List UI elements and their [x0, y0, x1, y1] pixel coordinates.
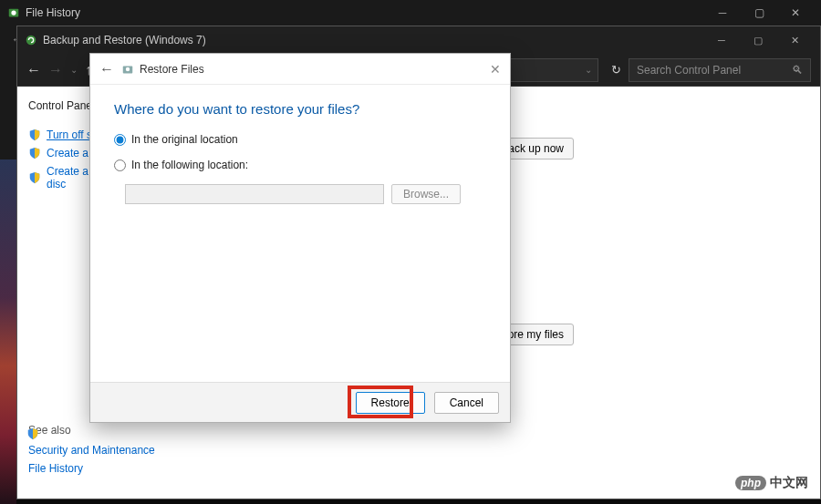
nav-recent-chevron[interactable]: ⌄ [70, 65, 78, 75]
main-titlebar: Backup and Restore (Windows 7) ─ ▢ ✕ [17, 26, 820, 54]
svg-point-2 [26, 36, 36, 46]
bg-minimize-button[interactable]: ─ [704, 0, 741, 26]
dialog-heading: Where do you want to restore your files? [114, 101, 486, 117]
radio-original-label: In the original location [131, 133, 238, 146]
radio-following[interactable] [114, 159, 126, 171]
dialog-footer: Restore Cancel [90, 382, 510, 422]
see-also-header: See also [28, 424, 155, 437]
dialog-header: ← Restore Files ✕ [90, 54, 510, 85]
bg-close-button[interactable]: ✕ [777, 0, 814, 26]
radio-following-label: In the following location: [131, 159, 248, 171]
location-path-input [125, 184, 384, 204]
bg-maximize-button[interactable]: ▢ [741, 0, 777, 26]
option-original-location[interactable]: In the original location [114, 133, 486, 146]
main-maximize-button[interactable]: ▢ [740, 27, 776, 53]
desktop-background-strip [0, 159, 16, 504]
cancel-button[interactable]: Cancel [434, 392, 499, 414]
svg-point-4 [126, 67, 130, 70]
see-also-file-history[interactable]: File History [28, 462, 155, 475]
main-minimize-button[interactable]: ─ [703, 27, 740, 53]
see-also-security[interactable]: Security and Maintenance [28, 444, 155, 457]
search-placeholder: Search Control Panel [637, 64, 741, 77]
search-input[interactable]: Search Control Panel 🔍︎ [629, 58, 811, 82]
nav-back-button[interactable]: ← [26, 62, 41, 78]
dialog-close-button[interactable]: ✕ [490, 62, 501, 77]
file-history-icon [7, 6, 20, 19]
main-close-button[interactable]: ✕ [776, 27, 813, 53]
browse-button: Browse... [391, 184, 461, 204]
dialog-back-button[interactable]: ← [99, 61, 114, 77]
option-following-location[interactable]: In the following location: [114, 159, 486, 171]
refresh-button[interactable]: ↻ [611, 63, 621, 77]
main-title: Backup and Restore (Windows 7) [43, 34, 206, 46]
dialog-title: Restore Files [140, 63, 204, 76]
svg-point-1 [11, 10, 16, 15]
address-chevron-icon: ⌄ [585, 65, 592, 75]
restore-files-icon [121, 63, 134, 76]
nav-forward-button: → [48, 62, 63, 78]
search-icon: 🔍︎ [792, 64, 803, 77]
backup-restore-icon [25, 34, 37, 46]
file-history-title: File History [26, 6, 80, 19]
restore-files-dialog: ← Restore Files ✕ Where do you want to r… [89, 53, 511, 423]
radio-original[interactable] [114, 134, 126, 146]
file-history-titlebar: File History ─ ▢ ✕ [0, 0, 821, 26]
restore-button[interactable]: Restore [356, 392, 425, 414]
